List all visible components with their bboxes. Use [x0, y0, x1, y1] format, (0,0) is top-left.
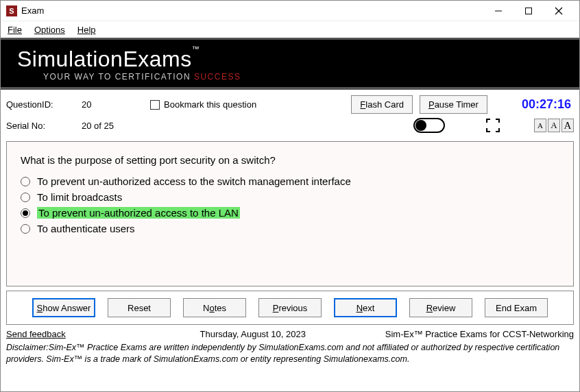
- app-icon: S: [6, 5, 17, 16]
- option-row-1[interactable]: To limit broadcasts: [21, 191, 559, 203]
- option-row-2[interactable]: To prevent un-authorized access to the L…: [21, 207, 559, 219]
- font-large-button[interactable]: A: [561, 119, 574, 132]
- status-date: Thursday, August 10, 2023: [66, 329, 385, 339]
- fullscreen-icon: [486, 119, 500, 132]
- maximize-button[interactable]: [513, 1, 544, 21]
- radio-icon: [21, 177, 30, 186]
- disclaimer-text: Disclaimer:Sim-Ex™ Practice Exams are wr…: [1, 341, 579, 369]
- review-button[interactable]: Review: [409, 298, 472, 317]
- notes-button[interactable]: Notes: [183, 298, 246, 317]
- menu-options[interactable]: Options: [34, 25, 65, 35]
- reset-button[interactable]: Reset: [108, 298, 171, 317]
- brand-title: SimulationExams™: [17, 47, 563, 72]
- font-size-buttons: A A A: [534, 119, 574, 132]
- timer-display: 00:27:16: [522, 97, 571, 112]
- send-feedback-link[interactable]: Send feedback: [6, 329, 66, 339]
- pause-timer-button[interactable]: Pause Timer: [420, 95, 487, 114]
- question-id-label: QuestionID:: [6, 99, 75, 110]
- radio-icon: [21, 224, 30, 234]
- info-row-question: QuestionID: 20 Bookmark this question Fl…: [1, 90, 579, 117]
- option-row-0[interactable]: To prevent un-authorized access to the s…: [21, 175, 559, 187]
- flash-card-button[interactable]: Flash Card: [351, 95, 413, 114]
- next-button[interactable]: Next: [334, 298, 397, 317]
- radio-icon: [21, 208, 30, 218]
- show-answer-button[interactable]: Show Answer: [32, 298, 95, 317]
- option-text: To authenticate users: [37, 223, 135, 234]
- question-id-value: 20: [82, 99, 143, 110]
- brand-tagline: YOUR WAY TO CERTIFICATION SUCCESS: [17, 72, 563, 82]
- title-bar: S Exam: [1, 1, 579, 21]
- brand-banner: SimulationExams™ YOUR WAY TO CERTIFICATI…: [1, 38, 579, 90]
- close-button[interactable]: [544, 1, 574, 21]
- minimize-icon: [494, 7, 503, 15]
- option-text: To prevent un-authorized access to the L…: [37, 207, 240, 219]
- bookmark-label: Bookmark this question: [164, 99, 256, 110]
- status-product: Sim-Ex™ Practice Exams for CCST-Networki…: [385, 329, 574, 339]
- info-row-serial: Serial No: 20 of 25 A A A: [1, 117, 579, 138]
- end-exam-button[interactable]: End Exam: [485, 298, 548, 317]
- menu-file[interactable]: File: [8, 25, 22, 35]
- serial-no-value: 20 of 25: [82, 121, 143, 131]
- serial-no-label: Serial No:: [6, 121, 75, 131]
- option-text: To prevent un-authorized access to the s…: [37, 175, 351, 187]
- toggle-switch[interactable]: [413, 118, 445, 133]
- close-icon: [555, 7, 563, 15]
- maximize-icon: [524, 7, 533, 15]
- question-text: What is the purpose of setting port secu…: [21, 154, 559, 166]
- options-list: To prevent un-authorized access to the s…: [21, 175, 559, 234]
- font-medium-button[interactable]: A: [548, 119, 560, 132]
- question-panel: What is the purpose of setting port secu…: [6, 141, 574, 286]
- fullscreen-button[interactable]: [486, 119, 500, 132]
- checkbox-icon: [150, 100, 160, 110]
- font-small-button[interactable]: A: [534, 119, 546, 132]
- minimize-button[interactable]: [483, 1, 513, 21]
- previous-button[interactable]: Previous: [258, 298, 322, 317]
- action-button-row: Show Answer Reset Notes Previous Next Re…: [6, 291, 574, 325]
- option-row-3[interactable]: To authenticate users: [21, 223, 559, 234]
- menu-bar: File Options Help: [1, 21, 579, 38]
- svg-rect-1: [526, 8, 532, 14]
- window-title: Exam: [21, 5, 44, 16]
- status-bar: Send feedback Thursday, August 10, 2023 …: [1, 325, 579, 341]
- option-text: To limit broadcasts: [37, 191, 122, 203]
- menu-help[interactable]: Help: [77, 25, 96, 35]
- bookmark-checkbox[interactable]: Bookmark this question: [150, 99, 256, 110]
- toggle-knob-icon: [415, 120, 426, 131]
- radio-icon: [21, 193, 30, 202]
